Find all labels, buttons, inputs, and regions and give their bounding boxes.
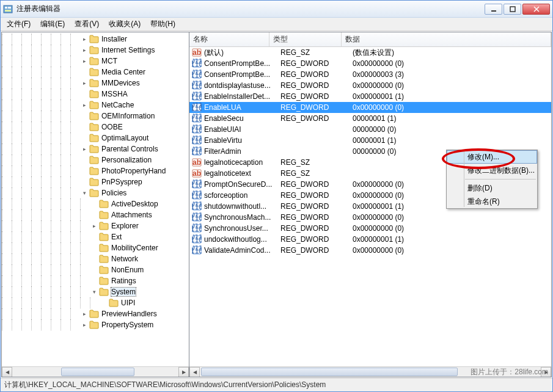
value-row[interactable]: 011110EnableVirtu00000001 (1) (189, 135, 551, 146)
tree-item[interactable]: ▸MCT (2, 56, 189, 67)
scroll-left-button[interactable]: ◀ (189, 367, 200, 377)
tree-item[interactable]: ▸Internet Settings (2, 45, 189, 56)
tree-item[interactable]: ▸PropertySystem (2, 319, 189, 330)
expand-icon[interactable]: ▾ (90, 288, 98, 296)
menu-favorites[interactable]: 收藏夹(A) (104, 17, 145, 31)
value-row[interactable]: 011110SynchronousMach...REG_DWORD0x00000… (189, 212, 551, 223)
minimize-button[interactable] (485, 4, 502, 15)
tree-label: Network (111, 255, 138, 263)
svg-text:110: 110 (192, 247, 202, 255)
value-name: (默认) (204, 48, 280, 58)
tree-label: Ratings (111, 277, 136, 285)
ctx-modify-binary[interactable]: 修改二进制数据(B)... (447, 164, 537, 177)
tree-item[interactable]: UIPI (2, 297, 189, 308)
value-row[interactable]: 011110EnableUIAI00000000 (0) (189, 124, 551, 135)
tree-item[interactable]: ▾System (2, 286, 189, 297)
column-type[interactable]: 类型 (269, 32, 342, 46)
titlebar[interactable]: 注册表编辑器 (1, 1, 552, 18)
tree-item[interactable]: MSSHA (2, 89, 189, 100)
registry-editor-window: 注册表编辑器 文件(F) 编辑(E) 查看(V) 收藏夹(A) 帮助(H) ▸I… (0, 0, 553, 392)
value-name: EnableSecu (204, 114, 280, 123)
app-icon (3, 4, 13, 14)
expand-icon[interactable]: ▸ (80, 101, 89, 109)
tree-label: System (111, 288, 136, 296)
value-row[interactable]: 011110ValidateAdminCod...REG_DWORD0x0000… (189, 245, 551, 256)
tree-item[interactable]: OptimalLayout (2, 132, 189, 143)
tree-item[interactable]: OEMInformation (2, 111, 189, 122)
svg-text:110: 110 (192, 203, 202, 211)
ctx-delete[interactable]: 删除(D) (447, 181, 537, 195)
value-row[interactable]: 011110ConsentPromptBe...REG_DWORD0x00000… (189, 69, 551, 80)
tree-label: OptimalLayout (101, 134, 148, 142)
tree-item[interactable]: Attachments (2, 209, 189, 220)
tree-item[interactable]: Ext (2, 231, 189, 242)
expand-icon[interactable]: ▸ (80, 79, 89, 87)
value-row[interactable]: 011110EnableInstallerDet...REG_DWORD0x00… (189, 91, 551, 102)
tree-item[interactable]: Network (2, 253, 189, 264)
tree-label: Personalization (101, 156, 152, 164)
column-name[interactable]: 名称 (189, 32, 269, 46)
tree-h-scrollbar[interactable]: ◀ ▶ (2, 366, 189, 377)
expand-icon[interactable]: ▸ (80, 57, 89, 65)
tree-label: Attachments (111, 211, 152, 219)
context-menu: 修改(M)... 修改二进制数据(B)... 删除(D) 重命名(R) (446, 150, 538, 209)
tree-item[interactable]: NonEnum (2, 264, 189, 275)
tree-pane: ▸Installer▸Internet Settings▸MCTMedia Ce… (2, 32, 189, 377)
tree-item[interactable]: PhotoPropertyHand (2, 165, 189, 176)
 (80, 134, 89, 142)
menu-help[interactable]: 帮助(H) (145, 17, 180, 31)
value-row[interactable]: 011110EnableLUAREG_DWORD0x00000000 (0) (189, 102, 551, 113)
value-row[interactable]: 011110EnableSecuREG_DWORD00000001 (1) (189, 113, 551, 124)
tree-item[interactable]: OOBE (2, 122, 189, 132)
value-row[interactable]: 011110undockwithoutlog...REG_DWORD0x0000… (189, 234, 551, 245)
value-name: EnableInstallerDet... (204, 92, 280, 101)
tree-label: Parental Controls (101, 145, 158, 153)
list-scroll-thumb[interactable] (201, 368, 458, 376)
value-data: 00000000 (0) (353, 125, 551, 134)
svg-text:110: 110 (192, 214, 202, 222)
tree-item[interactable]: ▸Installer (2, 34, 189, 45)
ctx-rename[interactable]: 重命名(R) (447, 195, 537, 208)
 (90, 200, 98, 208)
tree-item[interactable]: ▾Policies (2, 187, 189, 198)
tree-item[interactable]: ▸MMDevices (2, 78, 189, 89)
scroll-left-button[interactable]: ◀ (2, 367, 12, 377)
menu-file[interactable]: 文件(F) (2, 17, 35, 31)
value-row[interactable]: 011110dontdisplaylastuse...REG_DWORD0x00… (189, 80, 551, 91)
menu-edit[interactable]: 编辑(E) (35, 17, 70, 31)
expand-icon[interactable]: ▸ (80, 310, 89, 318)
expand-icon[interactable]: ▸ (80, 35, 89, 43)
ctx-modify[interactable]: 修改(M)... (447, 150, 537, 164)
tree-item[interactable]: PnPSysprep (2, 176, 189, 187)
tree-scroll[interactable]: ▸Installer▸Internet Settings▸MCTMedia Ce… (2, 32, 189, 366)
expand-icon[interactable]: ▸ (90, 222, 98, 230)
scroll-right-button[interactable]: ▶ (178, 367, 189, 377)
menu-view[interactable]: 查看(V) (70, 17, 104, 31)
expand-icon[interactable]: ▾ (80, 189, 89, 197)
tree-item[interactable]: ▸Parental Controls (2, 143, 189, 154)
tree-label: ActiveDesktop (111, 200, 158, 208)
tree-item[interactable]: Ratings (2, 275, 189, 286)
 (90, 277, 98, 285)
tree-item[interactable]: ActiveDesktop (2, 198, 189, 209)
maximize-button[interactable] (504, 4, 521, 15)
expand-icon[interactable]: ▸ (80, 321, 89, 329)
tree-item[interactable]: Personalization (2, 154, 189, 165)
tree-item[interactable]: ▸NetCache (2, 100, 189, 111)
value-type: REG_DWORD (280, 81, 353, 90)
value-row[interactable]: 011110ConsentPromptBe...REG_DWORD0x00000… (189, 58, 551, 69)
value-row[interactable]: ab(默认)REG_SZ(数值未设置) (189, 47, 551, 58)
column-data[interactable]: 数据 (342, 32, 551, 46)
tree-scroll-thumb[interactable] (61, 368, 134, 376)
svg-rect-2 (8, 7, 11, 9)
tree-item[interactable]: Media Center (2, 67, 189, 78)
value-data: 00000001 (1) (353, 136, 551, 145)
expand-icon[interactable]: ▸ (80, 46, 89, 54)
close-button[interactable] (522, 4, 550, 15)
tree-item[interactable]: ▸Explorer (2, 220, 189, 231)
tree-item[interactable]: ▸PreviewHandlers (2, 308, 189, 319)
expand-icon[interactable]: ▸ (80, 145, 89, 153)
value-row[interactable]: 011110SynchronousUser...REG_DWORD0x00000… (189, 223, 551, 234)
value-type: REG_DWORD (280, 235, 353, 244)
tree-item[interactable]: MobilityCenter (2, 242, 189, 253)
